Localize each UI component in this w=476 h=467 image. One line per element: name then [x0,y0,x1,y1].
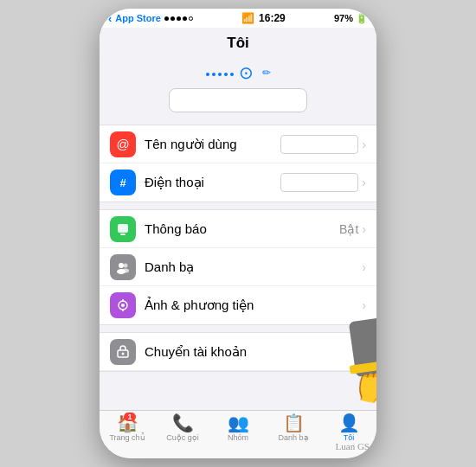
calls-label: Cuộc gọi [166,433,199,442]
notifications-chevron: › [362,222,366,236]
notifications-row[interactable]: Thông báo Bật › [100,210,376,248]
avatar-area: ⊙ ✏ [100,57,376,119]
main-content: Tôi ⊙ ✏ @ Tên người dùng › # Điện tho [100,28,376,410]
signal-dots [164,16,193,21]
svg-point-2 [119,263,124,268]
tab-contacts[interactable]: 📋 Danh bạ [266,414,321,442]
tab-calls[interactable]: 📞 Cuộc gọi [155,414,210,442]
transfer-row[interactable]: Chuyển tài khoản › [100,333,376,371]
phone-input[interactable] [280,173,358,192]
phone-row[interactable]: # Điện thoại › [100,163,376,202]
contacts-tab-icon: 📋 [283,414,305,432]
status-center: 📶 16:29 [241,12,286,24]
edit-icon[interactable]: ✏ [262,67,271,79]
calls-icon: 📞 [172,414,194,432]
location-icon: ⊙ [239,62,254,83]
svg-rect-1 [120,234,125,235]
phone-frame: ‹ App Store 📶 16:29 97% 🔋 Tôi ⊙ [100,9,376,458]
tab-groups[interactable]: 👥 Nhóm [210,414,266,442]
svg-point-5 [122,268,129,272]
wifi-icon: 📶 [241,12,254,24]
username-input[interactable] [280,135,358,154]
settings-section: Thông báo Bật › Danh bạ › Ảnh & phương t… [100,209,376,325]
app-store-label: App Store [115,13,161,23]
phone-label: Điện thoại [145,175,280,190]
notifications-label: Thông báo [145,221,339,236]
media-label: Ảnh & phương tiện [145,297,362,313]
svg-point-7 [121,304,125,307]
tab-home[interactable]: 1 🏠 Trang chủ [100,414,155,442]
transfer-section: Chuyển tài khoản › 👆 [100,332,376,372]
media-icon [110,292,136,318]
notification-icon [110,216,136,242]
tab-bar: 1 🏠 Trang chủ 📞 Cuộc gọi 👥 Nhóm 📋 Danh b… [100,410,376,458]
notifications-value: Bật [339,222,358,236]
svg-point-3 [124,263,128,267]
svg-rect-0 [118,224,128,233]
account-section: @ Tên người dùng › # Điện thoại › [100,125,376,202]
status-bar: ‹ App Store 📶 16:29 97% 🔋 [100,9,376,28]
contacts-chevron: › [362,260,366,274]
username-icon: @ [110,131,136,157]
contacts-label: Danh bạ [145,259,362,275]
svg-point-11 [122,352,125,355]
battery-icon: 🔋 [356,13,368,24]
media-chevron: › [362,298,366,312]
phone-icon: # [110,170,136,195]
groups-icon: 👥 [228,414,249,432]
status-right: 97% 🔋 [334,13,368,24]
contacts-icon [110,254,136,280]
phone-chevron: › [362,176,366,189]
page-title: Tôi [100,28,376,57]
home-badge: 1 [124,413,136,421]
avatar-dots [206,73,234,76]
tab-me[interactable]: 👤 Tôi [321,414,376,442]
back-arrow-icon[interactable]: ‹ [108,12,112,25]
me-label: Tôi [344,433,355,442]
username-row[interactable]: @ Tên người dùng › [100,125,376,163]
transfer-icon [110,339,136,365]
groups-label: Nhóm [228,433,248,442]
me-icon: 👤 [338,414,360,432]
username-chevron: › [362,138,366,151]
battery-label: 97% [334,13,353,23]
transfer-chevron: › [362,345,366,359]
username-label: Tên người dùng [145,137,280,152]
contacts-row[interactable]: Danh bạ › [100,248,376,286]
name-input[interactable] [169,88,307,112]
home-label: Trang chủ [109,433,145,442]
transfer-label: Chuyển tài khoản [145,344,362,360]
clock: 16:29 [259,12,286,24]
contacts-tab-label: Danh bạ [278,433,308,442]
media-row[interactable]: Ảnh & phương tiện › [100,286,376,324]
status-left: ‹ App Store [108,12,193,25]
